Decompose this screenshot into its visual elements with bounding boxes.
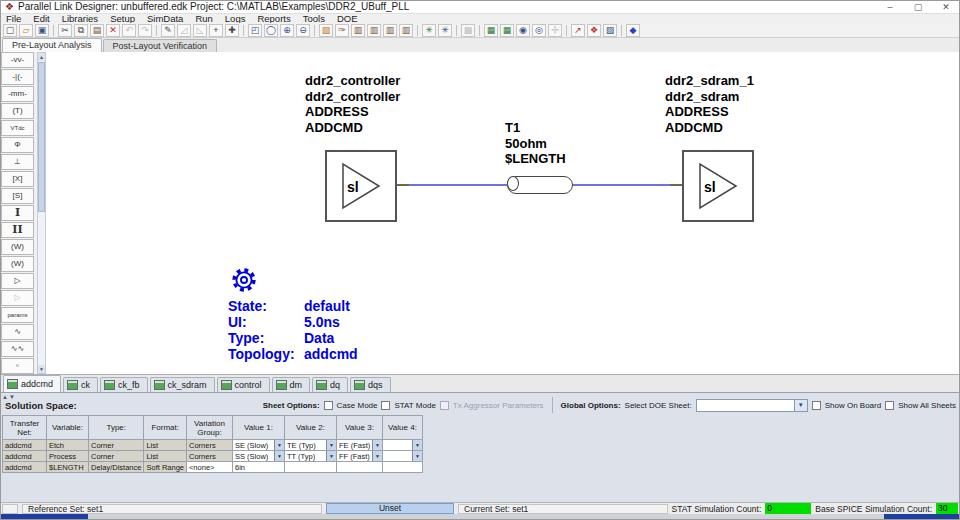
view-results-icon[interactable]: ◉ — [516, 24, 530, 37]
buffer-tool-icon[interactable]: ▷ — [1, 273, 34, 289]
more-tool-icon[interactable]: ▫ — [1, 358, 34, 374]
menu-doe[interactable]: DOE — [331, 14, 364, 23]
capacitor-tool-icon[interactable]: -|(- — [1, 69, 34, 85]
x-element-tool-icon[interactable]: [X] — [1, 171, 34, 187]
value-dropdown[interactable]: FE (Fast)▼ — [336, 440, 382, 451]
rx-buffer-symbol[interactable]: sl — [682, 150, 754, 222]
zoom-in-icon[interactable]: ⊕ — [280, 24, 294, 37]
copy-icon[interactable]: ⧉ — [74, 24, 88, 37]
library-4-icon[interactable]: ▥ — [399, 24, 413, 37]
draw-wire-icon[interactable]: ✎ — [161, 24, 175, 37]
unset-button[interactable]: Unset — [326, 503, 454, 514]
sheet-setup-icon[interactable]: ▧ — [319, 24, 333, 37]
w-element-tool-icon[interactable]: (W) — [1, 239, 34, 255]
value-cell[interactable] — [382, 462, 422, 473]
tab-post-layout-verification[interactable]: Post-Layout Verification — [103, 39, 218, 52]
value-cell[interactable] — [336, 462, 382, 473]
dropdown-arrow-icon[interactable]: ▼ — [412, 440, 422, 450]
tx-buffer-symbol[interactable]: sl — [325, 150, 397, 222]
resistor-tool-icon[interactable]: -vv- — [1, 52, 34, 68]
ground-tool-icon[interactable]: ⊥ — [1, 154, 34, 170]
menu-tools[interactable]: Tools — [297, 14, 331, 23]
value-cell[interactable]: 6in — [232, 462, 284, 473]
gear-icon[interactable] — [230, 266, 258, 294]
route-a-icon[interactable]: ◿ — [177, 24, 191, 37]
stat-mode-checkbox[interactable] — [381, 401, 390, 410]
value-dropdown[interactable]: TE (Typ)▼ — [284, 440, 336, 451]
tab-pre-layout-analysis[interactable]: Pre-Layout Analysis — [2, 38, 102, 52]
new-icon[interactable]: ▢ — [3, 24, 17, 37]
t-element-tool-icon[interactable]: (T) — [1, 103, 34, 119]
doe-sheet-select[interactable]: ▼ — [696, 399, 808, 412]
zoom-window-icon[interactable]: ◰ — [248, 24, 262, 37]
plot-icon[interactable]: ↗ — [571, 24, 585, 37]
route-b-icon[interactable]: ◺ — [193, 24, 207, 37]
params-tool-icon[interactable]: params — [1, 307, 34, 323]
fit-view-icon[interactable]: ✢ — [548, 24, 562, 37]
export-icon[interactable]: ▩ — [461, 24, 475, 37]
waveform-viewer-icon[interactable]: ▦ — [484, 24, 498, 37]
cut-icon[interactable]: ✂ — [58, 24, 72, 37]
dropdown-arrow-icon[interactable]: ▼ — [274, 440, 284, 450]
stimulus-icon[interactable]: ❖ — [587, 24, 601, 37]
menu-edit[interactable]: Edit — [27, 14, 55, 23]
view-report-icon[interactable]: ◎ — [532, 24, 546, 37]
w-element-2-tool-icon[interactable]: (W) — [1, 256, 34, 272]
value-cell[interactable]: <none> — [186, 462, 232, 473]
tline-tool-icon[interactable]: I — [1, 205, 34, 221]
transmission-line-symbol[interactable] — [507, 176, 573, 194]
value-dropdown[interactable]: TT (Typ)▼ — [284, 451, 336, 462]
probe-multi-tool-icon[interactable]: ∿∿ — [1, 341, 34, 357]
dropdown-arrow-icon[interactable]: ▼ — [326, 451, 336, 461]
canvas-vertical-scrollbar[interactable]: ▲ ▼ — [37, 52, 46, 374]
library-3-icon[interactable]: ▥ — [383, 24, 397, 37]
scroll-up-icon[interactable]: ▲ — [38, 53, 45, 61]
library-1-icon[interactable]: ▥ — [351, 24, 365, 37]
value-cell[interactable] — [284, 462, 336, 473]
maximize-button[interactable]: ▢ — [904, 0, 932, 14]
scroll-thumb[interactable] — [38, 62, 45, 212]
value-dropdown[interactable]: SS (Slow)▼ — [232, 451, 284, 462]
schematic-canvas[interactable]: ddr2_controller ddr2_controller ADDRESS … — [46, 52, 959, 374]
undo-icon[interactable]: ↶ — [122, 24, 136, 37]
run-simulation-icon[interactable]: ✳ — [438, 24, 452, 37]
doe-sheet-icon[interactable]: ▨ — [603, 24, 617, 37]
save-icon[interactable]: ▣ — [35, 24, 49, 37]
sheet-tab-dqs[interactable]: dqs — [350, 377, 391, 392]
value-dropdown[interactable]: SE (Slow)▼ — [232, 440, 284, 451]
menu-logs[interactable]: Logs — [219, 14, 252, 23]
dropdown-arrow-icon[interactable]: ▼ — [274, 451, 284, 461]
dropdown-arrow-icon[interactable]: ▼ — [372, 451, 382, 461]
minimize-button[interactable]: – — [876, 0, 904, 14]
probe-tool-icon[interactable]: Φ — [1, 137, 34, 153]
menu-simdata[interactable]: SimData — [141, 14, 189, 23]
menu-file[interactable]: File — [0, 14, 27, 23]
s-element-tool-icon[interactable]: [S] — [1, 188, 34, 204]
sheet-tab-dq[interactable]: dq — [312, 377, 348, 392]
scroll-down-icon[interactable]: ▼ — [38, 365, 45, 373]
sheet-tab-ck[interactable]: ck — [63, 377, 98, 392]
value-dropdown[interactable]: FF (Fast)▼ — [336, 451, 382, 462]
inductor-tool-icon[interactable]: -mm- — [1, 86, 34, 102]
value-dropdown[interactable]: ▼ — [382, 440, 422, 451]
menu-run[interactable]: Run — [189, 14, 218, 23]
sheet-tab-dm[interactable]: dm — [272, 377, 311, 392]
open-icon[interactable]: ▱ — [19, 24, 33, 37]
menu-setup[interactable]: Setup — [104, 14, 141, 23]
sim-settings-icon[interactable]: ✳ — [422, 24, 436, 37]
crosshair-icon[interactable]: + — [209, 24, 223, 37]
pin-edit-icon[interactable]: ✑ — [335, 24, 349, 37]
sheet-tab-addcmd[interactable]: addcmd — [3, 375, 61, 392]
sheet-tab-control[interactable]: control — [217, 377, 270, 392]
board-view-icon[interactable]: ▦ — [500, 24, 514, 37]
chevron-down-icon[interactable]: ▼ — [794, 400, 807, 411]
dropdown-arrow-icon[interactable]: ▼ — [372, 440, 382, 450]
coupled-tline-tool-icon[interactable]: II — [1, 222, 34, 238]
library-2-icon[interactable]: ▥ — [367, 24, 381, 37]
zoom-full-icon[interactable]: ◯ — [264, 24, 278, 37]
show-all-sheets-checkbox[interactable] — [885, 401, 894, 410]
dropdown-arrow-icon[interactable]: ▼ — [412, 451, 422, 461]
menu-libraries[interactable]: Libraries — [56, 14, 104, 23]
redo-icon[interactable]: ↷ — [138, 24, 152, 37]
vt-dc-tool-icon[interactable]: VTdc — [1, 120, 34, 136]
